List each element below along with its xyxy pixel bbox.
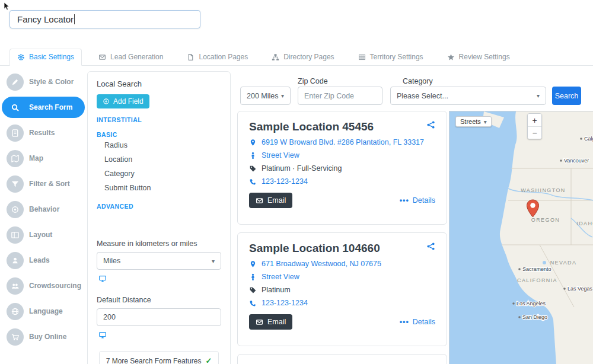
details-label: Details [413,196,435,205]
default-distance-input[interactable] [97,308,221,326]
tab-label: Basic Settings [29,53,74,61]
tab-basic-settings[interactable]: Basic Settings [9,49,82,66]
sidebar-item-filter-sort[interactable]: Filter & Sort [2,173,85,194]
chevron-down-icon: ▾ [281,92,284,99]
tag-icon [249,165,257,173]
state-label: IDAHO [576,221,593,226]
app-screen: Fancy Locator Basic Settings Lead Genera… [0,0,593,364]
tags-text: Platinum [262,286,291,294]
sidebar-item-leads[interactable]: Leads [2,250,85,271]
address-link[interactable]: 671 Broadway Westwood, NJ 07675 [249,260,435,268]
map[interactable]: WASHINGTON OREGON IDAHO NEVADA CALIFORNI… [449,111,593,364]
sidebar-item-label: Behavior [29,205,59,213]
state-label: NEVADA [550,260,577,266]
sidebar-item-label: Search Form [29,103,72,111]
sidebar-item-language[interactable]: Language [2,301,85,322]
city-dot [563,288,566,290]
details-link[interactable]: ••• Details [400,196,435,205]
star-icon [447,53,455,61]
email-button[interactable]: Email [249,314,292,330]
sidebar-item-layout[interactable]: Layout [2,224,85,245]
search-button[interactable]: Search [552,87,581,105]
display-toggle-icon[interactable] [98,331,107,339]
share-icon[interactable] [426,120,435,132]
section-interstitial: INTERSTITIAL [97,116,221,123]
map-canvas[interactable]: WASHINGTON OREGON IDAHO NEVADA CALIFORNI… [449,111,593,364]
phone-icon [249,178,257,186]
add-field-button[interactable]: Add Field [97,94,149,108]
field-item-submit-button[interactable]: Submit Button [97,181,221,195]
measure-select[interactable]: Miles ▾ [97,252,221,270]
sidebar-item-behavior[interactable]: Behavior [2,199,85,220]
sidebar-item-buy-online[interactable]: Buy Online [2,326,85,347]
street-view-link[interactable]: Street View [249,151,435,159]
map-marker[interactable] [525,199,540,218]
cart-icon [7,328,24,346]
default-distance-label: Default Distance [97,296,221,304]
sidebar-item-label: Crowdsourcing [29,282,81,290]
result-card-partial [237,354,447,364]
gear-icon [17,53,25,61]
tab-bar: Basic Settings Lead Generation Location … [0,50,593,66]
share-icon[interactable] [426,242,435,253]
zoom-control: + − [527,113,542,139]
field-item-location[interactable]: Location [97,152,221,167]
tab-territory-settings[interactable]: Territory Settings [351,49,431,65]
city-dot [580,138,582,140]
phone-link[interactable]: 123-123-1234 [249,299,435,307]
field-item-radius[interactable]: Radius [97,138,221,152]
state-label: WASHINGTON [521,187,566,193]
more-features-button[interactable]: 7 More Search Form Features ✓ [99,351,219,364]
text-caret [74,14,75,24]
sidebar-item-label: Map [29,154,43,162]
tab-location-pages[interactable]: Location Pages [180,49,255,65]
tab-lead-generation[interactable]: Lead Generation [91,49,170,65]
city-dot [518,268,521,270]
street-view-text: Street View [262,151,299,159]
details-link[interactable]: ••• Details [400,318,435,326]
map-style-select[interactable]: Streets ▾ [455,116,492,127]
sidebar-item-crowdsourcing[interactable]: Crowdsourcing [2,275,85,296]
envelope-icon [256,197,263,205]
sidebar-item-style-color[interactable]: Style & Color [2,71,85,92]
sidebar-item-map[interactable]: Map [2,148,85,169]
email-label: Email [267,196,286,205]
zoom-out-button[interactable]: − [528,126,541,139]
display-toggle-icon[interactable] [98,274,107,283]
category-label: Category [403,77,433,85]
city-label: Sacramento [522,266,551,272]
phone-icon [249,299,257,307]
address-link[interactable]: 6919 W Broward Blvd. #286 Plantation, FL… [249,138,435,146]
category-select[interactable]: Please Select... ▾ [390,87,546,105]
state-label: OREGON [531,217,560,223]
envelope-icon [98,53,106,61]
sidebar-item-results[interactable]: Results [2,122,85,143]
locator-name-input[interactable]: Fancy Locator [9,10,200,28]
city-dot [518,316,521,318]
ellipsis-icon: ••• [400,318,409,326]
result-card: Sample Location 104660 671 Broadway West… [237,232,447,346]
lake [543,261,546,264]
tag-icon [249,286,257,294]
street-view-link[interactable]: Street View [249,273,435,281]
radius-select[interactable]: 200 Miles ▾ [240,87,291,105]
tags-row: Platinum [249,286,435,294]
tab-label: Directory Pages [283,53,334,61]
people-icon [7,277,24,295]
tab-review-settings[interactable]: Review Settings [440,49,517,65]
email-button[interactable]: Email [249,193,292,208]
phone-link[interactable]: 123-123-1234 [249,177,435,186]
zoom-in-button[interactable]: + [528,114,541,126]
measure-value: Miles [103,257,120,265]
check-icon: ✓ [205,356,212,364]
tags-row: Platinum · Full-Servicing [249,164,435,173]
zip-code-input[interactable] [298,87,382,105]
tab-directory-pages[interactable]: Directory Pages [264,49,341,65]
phone-text: 123-123-1234 [262,299,308,307]
field-item-category[interactable]: Category [97,167,221,181]
sidebar-item-search-form[interactable]: Search Form [2,97,85,118]
filter-icon [7,175,24,193]
pegman-icon [249,273,257,281]
sidebar-item-label: Style & Color [29,78,74,86]
ellipsis-icon: ••• [400,196,409,205]
